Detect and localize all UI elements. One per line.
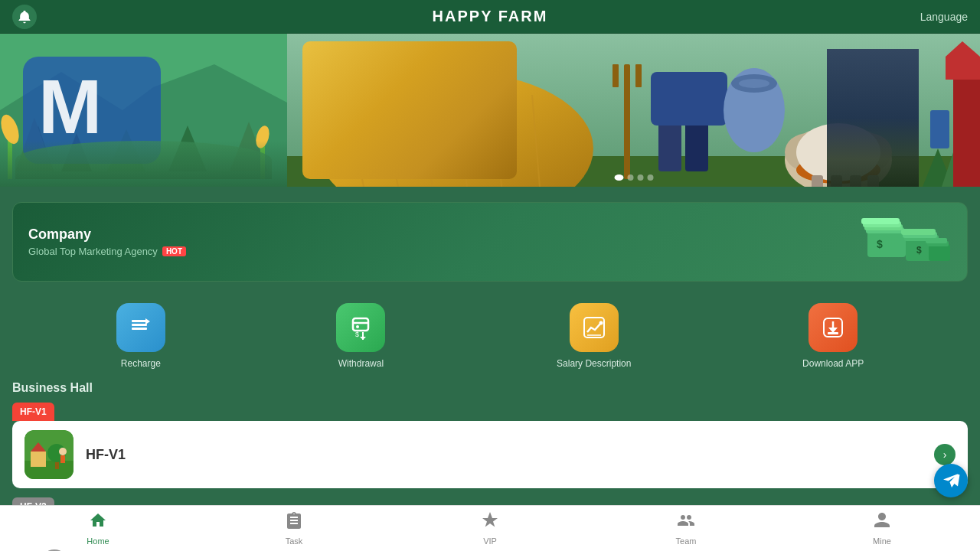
svg-rect-24 — [612, 64, 619, 87]
svg-point-31 — [739, 79, 769, 88]
company-illustration: $ $ — [860, 215, 952, 269]
svg-point-83 — [59, 448, 67, 455]
dot-4[interactable] — [647, 174, 653, 181]
svg-text:$: $ — [355, 331, 359, 338]
company-name: Company — [28, 227, 186, 243]
svg-rect-84 — [60, 455, 65, 463]
nav-vip-label: VIP — [483, 536, 497, 546]
svg-rect-25 — [635, 64, 642, 87]
withdrawal-icon: $ — [336, 303, 385, 352]
nav-home-label: Home — [87, 536, 109, 546]
svg-marker-69 — [360, 337, 366, 340]
hot-badge: HOT — [162, 246, 186, 256]
svg-line-18 — [379, 95, 398, 187]
banner: M — [0, 34, 980, 187]
svg-line-20 — [456, 80, 467, 187]
home-icon — [89, 511, 107, 534]
vip-icon — [481, 511, 499, 534]
svg-rect-37 — [812, 175, 823, 187]
salary-label: Salary Description — [557, 358, 631, 369]
svg-rect-40 — [867, 175, 879, 187]
svg-rect-45 — [930, 110, 949, 148]
svg-rect-64 — [353, 318, 368, 331]
telegram-button[interactable] — [934, 464, 968, 497]
svg-point-34 — [846, 133, 892, 171]
svg-point-71 — [599, 321, 603, 325]
bottom-nav: Home Task VIP Team Mine — [0, 505, 980, 551]
team-icon — [677, 511, 695, 534]
nav-task[interactable]: Task — [196, 511, 392, 546]
mine-icon — [873, 511, 891, 534]
recharge-icon — [116, 303, 165, 352]
recharge-label: Recharge — [121, 358, 161, 369]
dot-1[interactable] — [614, 174, 623, 181]
svg-rect-46 — [867, 230, 906, 257]
banner-right — [287, 34, 980, 187]
page-title: HAPPY FARM — [433, 8, 548, 25]
hall-tabs: HF-V1 — [0, 403, 980, 421]
task-icon — [285, 511, 303, 534]
svg-text:M: M — [38, 64, 102, 149]
svg-marker-63 — [145, 318, 150, 324]
dot-3[interactable] — [637, 174, 643, 181]
company-section[interactable]: Company Global Top Marketing Agency HOT … — [12, 202, 968, 282]
svg-rect-54 — [901, 229, 936, 235]
withdrawal-action[interactable]: $ Withdrawal — [336, 303, 385, 369]
svg-rect-39 — [850, 175, 861, 187]
hf-v1-image — [24, 430, 74, 479]
nav-home[interactable]: Home — [0, 511, 196, 546]
salary-action[interactable]: Salary Description — [557, 303, 631, 369]
quick-actions: Recharge $ Withdrawal Salary Descript — [0, 291, 980, 381]
download-app-action[interactable]: Download APP — [802, 303, 864, 369]
nav-mine-label: Mine — [873, 536, 891, 546]
header: HAPPY FARM Language — [0, 0, 980, 34]
svg-rect-76 — [828, 332, 838, 334]
svg-line-19 — [417, 83, 433, 187]
svg-rect-55 — [929, 244, 950, 261]
nav-team-label: Team — [676, 536, 697, 546]
svg-rect-43 — [953, 80, 980, 187]
svg-point-66 — [356, 325, 359, 328]
nav-vip[interactable]: VIP — [392, 511, 588, 546]
svg-rect-70 — [584, 318, 604, 337]
svg-rect-12 — [260, 141, 265, 179]
hf-v1-name: HF-V1 — [86, 447, 922, 463]
svg-rect-23 — [624, 64, 630, 179]
svg-line-21 — [494, 83, 501, 187]
svg-rect-38 — [831, 175, 842, 187]
hf-v1-card[interactable]: HF-V1 › — [12, 421, 968, 488]
company-info: Company Global Top Marketing Agency HOT — [28, 227, 186, 257]
svg-point-36 — [796, 123, 880, 181]
language-selector[interactable]: Language — [920, 11, 968, 23]
nav-team[interactable]: Team — [588, 511, 784, 546]
recharge-action[interactable]: Recharge — [116, 303, 165, 369]
dot-2[interactable] — [627, 174, 633, 181]
hf-v1-arrow[interactable]: › — [934, 444, 956, 465]
svg-rect-50 — [861, 218, 900, 224]
svg-rect-62 — [132, 328, 147, 330]
svg-text:$: $ — [877, 238, 883, 250]
salary-icon — [570, 303, 619, 352]
svg-marker-75 — [828, 328, 838, 333]
business-hall-title: Business Hall — [0, 381, 980, 403]
download-label: Download APP — [802, 358, 864, 369]
nav-task-label: Task — [286, 536, 303, 546]
tab-hf-v1[interactable]: HF-V1 — [12, 403, 54, 421]
svg-line-17 — [348, 110, 364, 187]
svg-rect-28 — [651, 72, 727, 126]
svg-rect-61 — [132, 324, 147, 326]
banner-indicator — [614, 174, 653, 181]
svg-rect-79 — [31, 452, 46, 467]
withdrawal-label: Withdrawal — [338, 358, 384, 369]
svg-text:$: $ — [916, 245, 922, 256]
notification-icon[interactable] — [12, 5, 37, 29]
nav-mine[interactable]: Mine — [784, 511, 980, 546]
svg-rect-60 — [132, 320, 147, 322]
banner-left: M — [0, 34, 287, 187]
download-icon — [808, 303, 858, 352]
svg-rect-57 — [926, 238, 947, 243]
company-subtitle: Global Top Marketing Agency HOT — [28, 246, 186, 257]
